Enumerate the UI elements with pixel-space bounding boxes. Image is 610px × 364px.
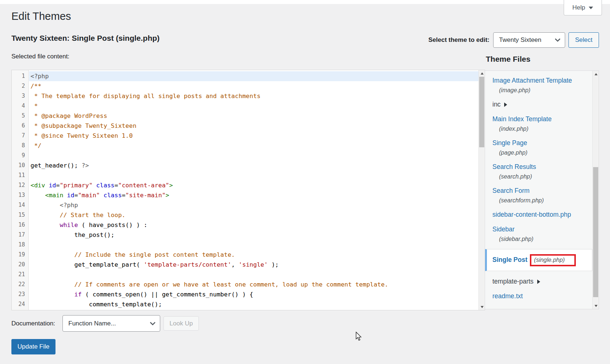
lookup-button[interactable]: Look Up — [164, 316, 199, 331]
editor-scrollbar-thumb[interactable] — [479, 77, 484, 147]
line-number: 6 — [12, 121, 28, 131]
line-number: 10 — [12, 161, 28, 170]
red-annotation-box: (single.php) — [530, 254, 576, 266]
theme-file-filename: (image.php) — [492, 86, 592, 94]
theme-file-link[interactable]: sidebar-content-bottom.php — [492, 210, 571, 219]
line-number: 20 — [12, 260, 28, 270]
code-line[interactable]: * @since Twenty Sixteen 1.0 — [29, 131, 478, 141]
folder-label: inc — [492, 100, 500, 109]
theme-file-link[interactable]: Single Post — [492, 256, 527, 264]
code-line[interactable] — [29, 151, 478, 161]
line-number: 5 — [12, 111, 28, 121]
scroll-down-icon[interactable] — [479, 304, 485, 310]
code-line[interactable]: <div id="primary" class="content-area"> — [29, 180, 478, 190]
line-number: 24 — [12, 299, 28, 309]
help-button[interactable]: Help — [564, 0, 602, 15]
line-number: 8 — [12, 141, 28, 151]
help-button-label: Help — [573, 4, 585, 11]
code-line[interactable]: * The template for displaying all single… — [29, 91, 478, 101]
scroll-up-icon[interactable] — [479, 70, 485, 76]
theme-file-item: Sidebar(sidebar.php) — [485, 225, 592, 243]
scroll-up-icon[interactable] — [593, 71, 599, 77]
code-line[interactable]: <?php — [29, 200, 478, 210]
folder-expand-icon — [537, 280, 540, 284]
folder-expand-icon — [504, 102, 507, 107]
theme-file-link[interactable]: readme.txt — [492, 292, 523, 300]
theme-files-heading: Theme Files — [486, 55, 530, 64]
editor-code-area[interactable]: <?php/** * The template for displaying a… — [29, 70, 478, 310]
theme-files-scrollbar-thumb[interactable] — [593, 167, 598, 297]
line-number: 11 — [12, 170, 28, 180]
line-number: 22 — [12, 280, 28, 289]
code-line[interactable] — [29, 170, 478, 180]
line-number: 13 — [12, 190, 28, 200]
theme-files-panel: Image Attachment Template(image.php)incM… — [485, 71, 599, 309]
line-number: 7 — [12, 131, 28, 141]
theme-folder-item: inc — [485, 100, 592, 109]
code-line[interactable]: get_header(); ?> — [29, 161, 478, 170]
theme-folder-item: template-parts — [485, 277, 592, 286]
selected-file-content-label: Selected file content: — [11, 53, 69, 60]
code-line[interactable]: <main id="main" class="site-main"> — [29, 190, 478, 200]
code-line[interactable]: the_post(); — [29, 230, 478, 240]
theme-folder-link[interactable]: template-parts — [492, 277, 592, 286]
line-number: 12 — [12, 180, 28, 190]
code-line[interactable]: <?php — [29, 71, 478, 81]
update-file-button[interactable]: Update File — [11, 339, 55, 354]
scroll-down-icon[interactable] — [593, 303, 599, 309]
code-line[interactable]: * @subpackage Twenty_Sixteen — [29, 121, 478, 131]
theme-file-item: Image Attachment Template(image.php) — [485, 76, 592, 94]
theme-selector-group: Select theme to edit: Twenty Sixteen Sel… — [428, 32, 599, 48]
current-file-title: Twenty Sixteen: Single Post (single.php) — [11, 34, 159, 43]
line-number: 14 — [12, 200, 28, 210]
function-name-value: Function Name... — [68, 320, 116, 327]
chevron-down-icon — [589, 7, 593, 9]
code-line[interactable] — [29, 240, 478, 250]
line-number: 21 — [12, 270, 28, 280]
code-editor[interactable]: 123456789101112131415161718192021222324 … — [11, 70, 485, 310]
documentation-row: Documentation: Function Name... Look Up — [11, 315, 199, 332]
code-line[interactable] — [29, 270, 478, 280]
mouse-cursor — [356, 332, 362, 341]
chevron-down-icon — [150, 322, 155, 325]
theme-files-scrollbar[interactable] — [592, 71, 599, 309]
code-line[interactable]: */ — [29, 141, 478, 151]
code-line[interactable]: comments_template(); — [29, 299, 478, 309]
line-number: 15 — [12, 210, 28, 220]
top-strip — [0, 0, 610, 4]
theme-files-list: Image Attachment Template(image.php)incM… — [485, 71, 592, 309]
line-number: 17 — [12, 230, 28, 240]
theme-folder-link[interactable]: inc — [492, 100, 592, 109]
line-number: 2 — [12, 81, 28, 91]
theme-file-link[interactable]: Single Page — [492, 139, 527, 147]
select-theme-button[interactable]: Select — [568, 32, 599, 48]
code-line[interactable]: get_template_part( 'template-parts/conte… — [29, 260, 478, 270]
theme-file-link[interactable]: Main Index Template — [492, 115, 552, 123]
theme-select-dropdown[interactable]: Twenty Sixteen — [493, 32, 565, 48]
line-number: 18 — [12, 240, 28, 250]
theme-file-filename: (searchform.php) — [492, 197, 592, 204]
code-line[interactable]: // Start the loop. — [29, 210, 478, 220]
theme-file-item: readme.txt — [485, 292, 592, 300]
theme-file-link[interactable]: Search Form — [492, 187, 530, 195]
code-line[interactable]: /** — [29, 81, 478, 91]
code-line[interactable]: // If comments are open or we have at le… — [29, 280, 478, 289]
editor-line-numbers: 123456789101112131415161718192021222324 — [12, 70, 29, 310]
line-number: 9 — [12, 151, 28, 161]
theme-file-filename: (index.php) — [492, 125, 592, 133]
editor-scrollbar[interactable] — [478, 70, 485, 310]
theme-file-link[interactable]: Search Results — [492, 163, 536, 171]
code-line[interactable]: * — [29, 101, 478, 111]
code-line[interactable]: while ( have_posts() ) : — [29, 220, 478, 230]
theme-file-item: Single Post(single.php) — [485, 249, 592, 271]
theme-file-item: Search Form(searchform.php) — [485, 187, 592, 204]
theme-file-link[interactable]: Image Attachment Template — [492, 76, 572, 85]
line-number: 1 — [12, 71, 28, 81]
chevron-down-icon — [555, 38, 560, 42]
function-name-dropdown[interactable]: Function Name... — [62, 315, 160, 332]
code-line[interactable]: // Include the single post content templ… — [29, 250, 478, 260]
line-number: 3 — [12, 91, 28, 101]
theme-file-link[interactable]: Sidebar — [492, 225, 514, 234]
code-line[interactable]: if ( comments_open() || get_comments_num… — [29, 289, 478, 299]
code-line[interactable]: * @package WordPress — [29, 111, 478, 121]
